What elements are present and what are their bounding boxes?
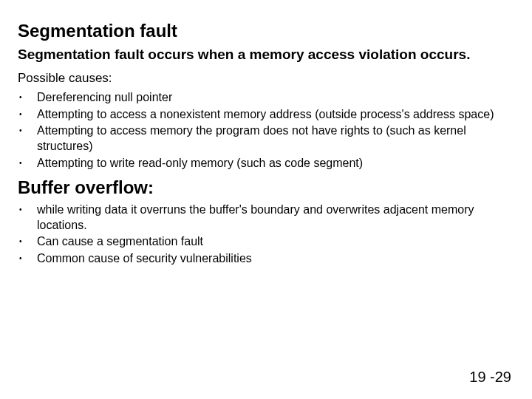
slide-subtitle: Segmentation fault occurs when a memory … — [18, 46, 514, 64]
section2-title: Buffer overflow: — [18, 177, 514, 198]
list-item: Common cause of security vulnerabilities — [18, 251, 514, 267]
list-item: Dereferencing null pointer — [18, 90, 514, 106]
list-item: Attempting to write read-only memory (su… — [18, 156, 514, 171]
causes-label: Possible causes: — [18, 71, 514, 86]
causes-list: Dereferencing null pointer Attempting to… — [18, 90, 514, 171]
page-number: 19 -29 — [469, 369, 511, 386]
list-item: while writing data it overruns the buffe… — [18, 202, 514, 233]
list-item: Can cause a segmentation fault — [18, 234, 514, 250]
list-item: Attempting to access memory the program … — [18, 123, 514, 154]
section2-list: while writing data it overruns the buffe… — [18, 202, 514, 267]
list-item: Attempting to access a nonexistent memor… — [18, 107, 514, 123]
slide-title: Segmentation fault — [18, 21, 514, 41]
